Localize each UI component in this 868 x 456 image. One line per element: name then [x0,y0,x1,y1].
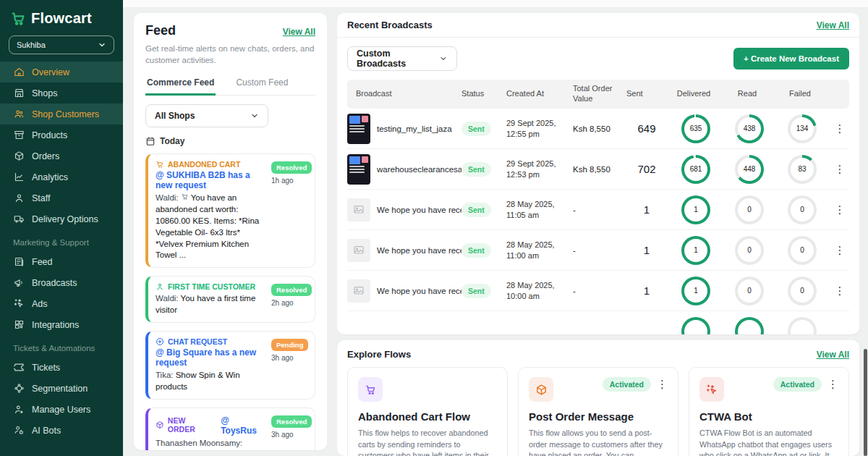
shop-filter-select[interactable]: All Shops [145,104,268,127]
blocks-icon [13,319,25,331]
plus-circle-icon [156,337,164,346]
feed-item-chat-request[interactable]: CHAT REQUEST @ Big Square has a new requ… [145,331,315,400]
sidebar-section-tickets: Tickets & Automations [0,335,123,357]
flow-title: Abandoned Cart Flow [358,410,497,423]
column-header: Status [461,89,506,99]
table-header: Broadcast Status Created At Total Order … [347,80,849,109]
table-row-partial [347,311,849,334]
feed-item-message: You have an abandoned cart worth: 10860.… [156,193,259,259]
broadcast-filter-select[interactable]: Custom Broadcasts [347,46,457,71]
chevron-down-icon [98,41,106,49]
feed-item-type: ABANDONED CART [168,160,240,169]
image-placeholder-icon [353,204,365,216]
feed-tabs: Commerce Feed Custom Feed [145,73,315,96]
chevron-down-icon [439,54,448,63]
sidebar-nav: Overview Shops Shop Customers Products O… [0,62,123,441]
feed-item-sender: Thanashen Moonsamy: [156,439,242,447]
sidebar-item-label: Delivery Options [32,214,98,224]
sidebar-item-broadcasts[interactable]: Broadcasts [0,272,123,293]
status-badge: Sent [461,162,491,177]
failed-ring: 0 [788,195,817,224]
status-badge: Pending [271,339,308,351]
sidebar-item-label: Overview [32,67,69,77]
chevron-down-icon [250,111,259,120]
package-icon [13,151,25,162]
broadcast-thumbnail [347,239,370,262]
sidebar-item-segmentation[interactable]: Segmentation [0,378,123,399]
created-at: 28 May 2025, 11:00 am [506,240,573,261]
sidebar-item-overview[interactable]: Overview [0,62,123,83]
tab-commerce-feed[interactable]: Commerce Feed [145,73,216,96]
broadcast-name: We hope you have rece... [377,206,461,214]
page-scrollbar[interactable] [864,349,867,456]
sidebar-item-staff[interactable]: Staff [0,187,123,208]
sidebar-item-ai-bots[interactable]: AI Bots [0,420,123,441]
flow-description: This flow allows you to send a post-orde… [529,428,668,456]
org-selector[interactable]: Sukhiba [9,35,114,54]
recent-broadcasts-panel: Recent Broadcasts View All Custom Broadc… [337,13,859,334]
feed-subtitle: Get real-time alerts on new chats, order… [145,43,315,66]
sidebar-item-integrations[interactable]: Integrations [0,314,123,335]
calendar-icon [145,136,156,146]
sidebar-item-products[interactable]: Products [0,124,123,145]
column-header: Delivered [667,89,725,99]
feed-item-type: FIRST TIME CUSTOMER [168,282,255,291]
failed-ring: 83 [788,155,817,184]
delivered-ring: 1 [681,276,710,305]
row-menu-icon[interactable]: ⋮ [830,122,849,135]
ticket-icon [13,362,25,373]
row-menu-icon[interactable]: ⋮ [830,244,849,257]
sidebar-item-manage-users[interactable]: Manage Users [0,399,123,420]
feed-item-time: 3h ago [271,431,294,439]
feed-item-abandoned-cart[interactable]: ABANDONED CART @ SUKHIBA B2B has a new r… [145,153,315,268]
ads-sparkle-icon [13,298,25,310]
sidebar-item-feed[interactable]: Feed [0,251,123,272]
feed-date-label: Today [160,136,184,146]
feed-item-link[interactable]: @ SUKHIBA B2B has a new request [156,170,267,190]
failed-ring: 0 [788,276,817,305]
feed-item-link[interactable]: @ Big Square has a new request [156,347,267,368]
broadcast-name: We hope you have rece... [377,287,461,295]
tab-custom-feed[interactable]: Custom Feed [234,73,289,95]
status-badge: Resolved [271,284,312,296]
status-badge: Sent [461,284,491,298]
sidebar-item-orders[interactable]: Orders [0,145,123,166]
explore-flows-panel: Explore Flows View All Abandoned Cart Fl… [337,340,859,456]
feed-item-link[interactable]: @ ToysRus [221,415,267,436]
sidebar-item-tickets[interactable]: Tickets [0,357,123,378]
column-header: Sent [626,89,667,99]
feed-item-sender: Waldi: [156,193,179,202]
row-menu-icon[interactable]: ⋮ [830,203,849,216]
table-body: testing_my_list_jaza Sent 29 Sept 2025, … [347,109,849,334]
feed-item-first-time-customer[interactable]: FIRST TIME CUSTOMER Waldi: You have a fi… [145,276,315,323]
sidebar-item-shop-customers[interactable]: Shop Customers [0,104,123,124]
sidebar-item-shops[interactable]: Shops [0,83,123,104]
feed-item-new-order[interactable]: NEW ORDER @ ToysRus Thanashen Moonsamy: … [145,408,315,450]
delivered-ring: 1 [681,236,710,265]
feed-list: ABANDONED CART @ SUKHIBA B2B has a new r… [145,153,315,450]
broadcast-name: testing_my_list_jaza [377,124,452,133]
flow-menu-icon[interactable]: ⋮ [657,378,668,391]
flows-view-all-link[interactable]: View All [817,350,849,360]
sidebar-item-analytics[interactable]: Analytics [0,166,123,187]
failed-ring [788,317,817,334]
logo: Flowcart [0,0,123,34]
flow-menu-icon[interactable]: ⋮ [827,378,838,391]
create-new-broadcast-button[interactable]: + Create New Broadcast [733,48,849,69]
feed-view-all-link[interactable]: View All [283,27,315,37]
row-menu-icon[interactable]: ⋮ [830,284,849,297]
sidebar: Flowcart Sukhiba Overview Shops Shop Cus… [0,0,123,456]
sidebar-item-delivery-options[interactable]: Delivery Options [0,208,123,229]
sidebar-item-ads[interactable]: Ads [0,293,123,314]
activated-badge: Activated [773,377,822,392]
broadcasts-view-all-link[interactable]: View All [817,20,849,30]
flow-description: This flow helps to recover abandoned car… [358,428,497,456]
chart-icon [13,172,25,183]
delivered-ring: 1 [681,195,710,224]
sent-count: 1 [626,284,667,297]
segmentation-icon [13,383,25,394]
row-menu-icon[interactable]: ⋮ [830,163,849,176]
broadcasts-table: Broadcast Status Created At Total Order … [347,80,849,334]
sidebar-item-label: Broadcasts [32,278,77,288]
top-strip [123,0,868,7]
